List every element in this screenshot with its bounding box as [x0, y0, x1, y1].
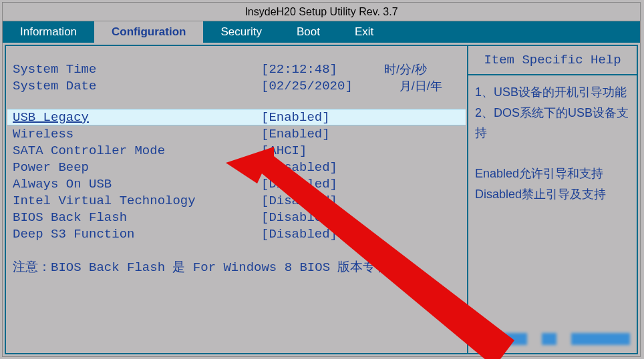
- setting-label: Always On USB: [13, 177, 261, 192]
- setting-label: USB Legacy: [13, 110, 261, 125]
- setting-value[interactable]: [Enabled]: [261, 127, 330, 141]
- system-time-value[interactable]: [22:12:48]: [261, 62, 337, 77]
- tab-boot[interactable]: Boot: [279, 21, 337, 43]
- setting-row-always-on-usb[interactable]: Always On USB[Disabled]: [13, 175, 463, 192]
- setting-value[interactable]: [Disabled]: [261, 160, 337, 175]
- setting-value[interactable]: [AHCI]: [261, 143, 307, 158]
- system-date-value[interactable]: [02/25/2020]: [261, 79, 353, 93]
- help-line: 1、USB设备的开机引导功能: [475, 82, 630, 103]
- bios-window: InsydeH20 Setup Utility Rev. 3.7 Informa…: [2, 2, 641, 357]
- main-area: System Time [22:12:48] 时/分/秒 System Date…: [5, 45, 638, 354]
- system-date-row[interactable]: System Date [02/25/2020] 月/日/年: [13, 77, 463, 94]
- title-bar: InsydeH20 Setup Utility Rev. 3.7: [3, 3, 640, 21]
- setting-label: Power Beep: [13, 160, 261, 175]
- setting-label: SATA Controller Mode: [13, 143, 261, 158]
- tab-configuration[interactable]: Configuration: [94, 21, 203, 43]
- tab-exit[interactable]: Exit: [337, 21, 391, 43]
- help-line: Enabled允许引导和支持: [475, 163, 630, 184]
- setting-value[interactable]: [Enabled]: [261, 110, 330, 125]
- menu-bar: Information Configuration Security Boot …: [3, 21, 640, 43]
- setting-value[interactable]: [Disabled]: [261, 227, 337, 242]
- system-date-hint: 月/日/年: [399, 78, 442, 94]
- setting-row-bios-back-flash[interactable]: BIOS Back Flash[Disabled]: [13, 209, 463, 226]
- help-line: Disabled禁止引导及支持: [475, 184, 630, 205]
- setting-row-sata-controller-mode[interactable]: SATA Controller Mode[AHCI]: [13, 142, 463, 159]
- help-line: [475, 143, 630, 164]
- setting-row-intel-virtual-technology[interactable]: Intel Virtual Technology[Disabled]: [13, 192, 463, 209]
- note-text: 注意：BIOS Back Flash 是 For Windows 8 BIOS …: [13, 258, 463, 276]
- help-header: Item Specific Help: [468, 46, 637, 75]
- setting-row-wireless[interactable]: Wireless[Enabled]: [13, 125, 463, 142]
- setting-row-deep-s3-function[interactable]: Deep S3 Function[Disabled]: [13, 226, 463, 242]
- redacted-area: [492, 333, 630, 345]
- help-body: 1、USB设备的开机引导功能2、DOS系统下的USB设备支持 Enabled允许…: [468, 75, 637, 353]
- setting-label: Intel Virtual Technology: [13, 194, 261, 208]
- setting-label: Deep S3 Function: [13, 227, 261, 242]
- window-title: InsydeH20 Setup Utility Rev. 3.7: [245, 6, 397, 18]
- setting-label: BIOS Back Flash: [13, 210, 261, 225]
- setting-value[interactable]: [Disabled]: [261, 177, 337, 192]
- system-time-hint: 时/分/秒: [384, 61, 427, 77]
- setting-value[interactable]: [Disabled]: [261, 210, 337, 225]
- setting-value[interactable]: [Disabled]: [261, 194, 337, 208]
- system-date-label: System Date: [13, 79, 261, 93]
- system-time-row[interactable]: System Time [22:12:48] 时/分/秒: [13, 61, 463, 77]
- setting-row-power-beep[interactable]: Power Beep[Disabled]: [13, 159, 463, 175]
- tab-security[interactable]: Security: [203, 21, 279, 43]
- help-pane: Item Specific Help 1、USB设备的开机引导功能2、DOS系统…: [468, 46, 637, 353]
- system-time-label: System Time: [13, 62, 261, 77]
- setting-label: Wireless: [13, 127, 261, 141]
- help-line: 2、DOS系统下的USB设备支持: [475, 103, 630, 143]
- settings-pane: System Time [22:12:48] 时/分/秒 System Date…: [6, 46, 468, 353]
- setting-row-usb-legacy[interactable]: USB Legacy[Enabled]: [7, 109, 466, 125]
- tab-information[interactable]: Information: [3, 21, 94, 43]
